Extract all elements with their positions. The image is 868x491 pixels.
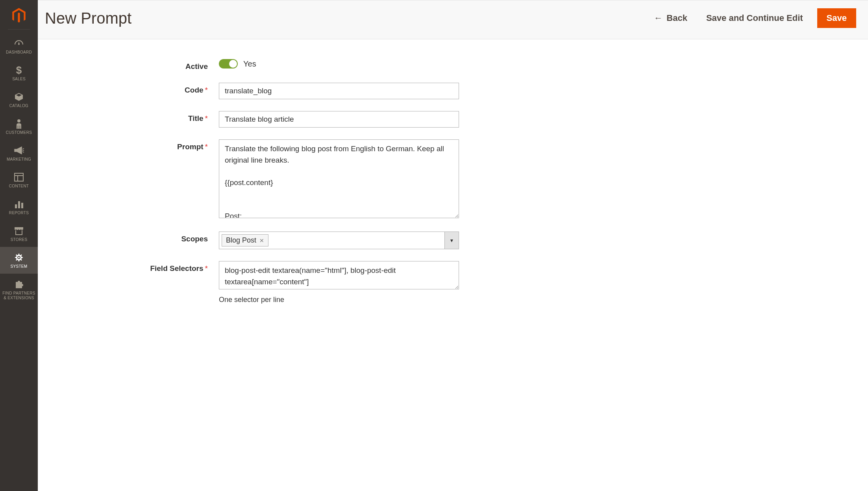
sidebar-item-sales[interactable]: $ SALES	[0, 59, 38, 86]
field-selectors-helper: One selector per line	[219, 296, 459, 304]
scope-tag: Blog Post ✕	[222, 234, 268, 246]
sidebar-item-dashboard[interactable]: DASHBOARD	[0, 33, 38, 59]
svg-text:$: $	[16, 65, 22, 75]
sidebar-item-label: STORES	[11, 237, 28, 242]
form-row-title: Title*	[140, 111, 459, 128]
required-mark: *	[205, 86, 208, 94]
save-continue-button[interactable]: Save and Continue Edit	[697, 9, 812, 27]
save-button[interactable]: Save	[817, 8, 856, 28]
active-label: Active	[140, 59, 219, 71]
toggle-knob	[229, 60, 237, 68]
header-actions: ← Back Save and Continue Edit Save	[644, 8, 856, 28]
storefront-icon	[14, 226, 24, 236]
sidebar-item-marketing[interactable]: MARKETING	[0, 140, 38, 167]
form-row-prompt: Prompt*	[140, 139, 459, 220]
scopes-label: Scopes	[140, 232, 219, 243]
box-icon	[14, 92, 24, 102]
prompt-label: Prompt*	[140, 139, 219, 151]
required-mark: *	[205, 114, 208, 122]
page-header: New Prompt ← Back Save and Continue Edit…	[38, 0, 868, 39]
title-label: Title*	[140, 111, 219, 123]
layout-icon	[14, 172, 24, 182]
form-row-scopes: Scopes Blog Post ✕ ▼	[140, 232, 459, 249]
puzzle-icon	[14, 279, 24, 289]
code-input[interactable]	[219, 83, 459, 99]
sidebar-item-label: REPORTS	[9, 211, 29, 215]
active-toggle[interactable]	[219, 59, 238, 69]
sidebar-item-partners[interactable]: FIND PARTNERS & EXTENSIONS	[0, 274, 38, 305]
sidebar-item-label: DASHBOARD	[6, 50, 32, 55]
magento-logo-icon	[10, 7, 28, 24]
required-mark: *	[205, 143, 208, 151]
code-label: Code*	[140, 83, 219, 94]
scope-tag-label: Blog Post	[226, 236, 256, 245]
magento-logo[interactable]	[8, 0, 30, 30]
title-input[interactable]	[219, 111, 459, 128]
sidebar: DASHBOARD $ SALES CATALOG CUSTOMERS MARK…	[0, 0, 38, 491]
sidebar-item-label: CATALOG	[9, 104, 28, 108]
back-button-label: Back	[666, 13, 687, 23]
sidebar-item-label: SALES	[12, 77, 26, 82]
sidebar-item-system[interactable]: SYSTEM	[0, 247, 38, 274]
gauge-icon	[14, 38, 24, 48]
megaphone-icon	[14, 145, 24, 156]
prompt-textarea[interactable]	[219, 139, 459, 218]
scopes-tags-area[interactable]: Blog Post ✕	[219, 232, 444, 249]
chevron-down-icon: ▼	[450, 238, 454, 243]
sidebar-item-label: SYSTEM	[11, 264, 28, 269]
svg-point-1	[17, 119, 20, 122]
back-button[interactable]: ← Back	[644, 9, 697, 27]
field-selectors-textarea[interactable]	[219, 261, 459, 289]
svg-rect-5	[15, 204, 17, 208]
sidebar-item-stores[interactable]: STORES	[0, 220, 38, 247]
form-row-code: Code*	[140, 83, 459, 99]
active-toggle-display: Yes	[243, 59, 256, 69]
sidebar-item-label: FIND PARTNERS & EXTENSIONS	[2, 291, 36, 300]
form: Active Yes Code*	[38, 39, 471, 328]
svg-rect-7	[21, 203, 23, 208]
svg-rect-6	[18, 201, 20, 208]
sidebar-item-customers[interactable]: CUSTOMERS	[0, 113, 38, 140]
form-row-active: Active Yes	[140, 59, 459, 71]
person-icon	[15, 119, 23, 129]
scopes-dropdown-button[interactable]: ▼	[444, 232, 459, 249]
field-selectors-label: Field Selectors*	[140, 261, 219, 273]
sidebar-item-label: MARKETING	[7, 157, 31, 162]
arrow-left-icon: ←	[654, 13, 663, 23]
sidebar-item-reports[interactable]: REPORTS	[0, 193, 38, 220]
sidebar-item-label: CUSTOMERS	[6, 130, 32, 135]
gear-icon	[14, 252, 24, 263]
required-mark: *	[205, 264, 208, 272]
main-content: New Prompt ← Back Save and Continue Edit…	[38, 0, 868, 491]
close-icon[interactable]: ✕	[259, 237, 264, 244]
page-title: New Prompt	[45, 9, 644, 27]
bars-icon	[14, 199, 24, 209]
dollar-icon: $	[15, 65, 22, 75]
sidebar-item-content[interactable]: CONTENT	[0, 167, 38, 193]
sidebar-item-label: CONTENT	[9, 184, 29, 189]
svg-rect-2	[15, 173, 23, 181]
form-row-field-selectors: Field Selectors* One selector per line	[140, 261, 459, 304]
sidebar-item-catalog[interactable]: CATALOG	[0, 86, 38, 113]
scopes-multiselect[interactable]: Blog Post ✕ ▼	[219, 232, 459, 249]
